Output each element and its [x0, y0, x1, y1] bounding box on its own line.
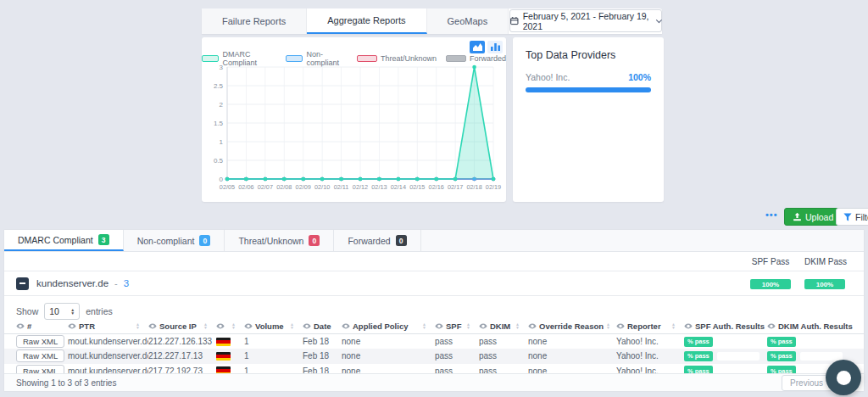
table-header: # PTR▲▼ Source IP▲▼ ▲▼ Volume▲▼ Date App…: [4, 318, 864, 334]
date-cell: Feb 18: [303, 337, 342, 346]
tab-aggregate-reports[interactable]: Aggregate Reports: [307, 8, 426, 34]
svg-text:1: 1: [220, 138, 224, 146]
sort-icon[interactable]: ▲▼: [515, 322, 520, 329]
spf-pass-header: SPF Pass: [750, 257, 791, 266]
reporter-cell: Yahoo! Inc.: [616, 351, 684, 361]
eye-icon: [479, 323, 487, 329]
dkim-pass-header: DKIM Pass: [804, 257, 845, 266]
col-header-source-ip[interactable]: Source IP▲▼: [148, 322, 216, 331]
svg-text:02/15: 02/15: [409, 183, 425, 191]
table-row: Raw XML mout.kundenserver.de 212.227.17.…: [4, 349, 864, 363]
collapse-icon[interactable]: [16, 277, 29, 290]
col-header-ptr[interactable]: PTR▲▼: [68, 322, 148, 331]
col-header-volume[interactable]: Volume▲▼: [244, 322, 303, 331]
provider-name: Yahoo! Inc.: [526, 72, 570, 82]
filter-button[interactable]: Filter: [836, 208, 868, 226]
upload-button[interactable]: Upload: [784, 208, 842, 226]
col-header-spf-auth-results[interactable]: SPF Auth. Results: [684, 322, 767, 331]
col-header-spf[interactable]: SPF▲▼: [435, 322, 479, 331]
tab-non-compliant[interactable]: Non-compliant0: [124, 230, 225, 251]
raw-xml-button[interactable]: Raw XML: [16, 335, 64, 348]
date-cell: Feb 18: [303, 351, 342, 361]
count-badge: 0: [199, 235, 210, 246]
germany-flag-icon: [216, 352, 231, 361]
eye-icon: [244, 323, 253, 329]
tab-geomaps[interactable]: GeoMaps: [427, 8, 509, 34]
dkim-auth-pass-badge: %pass: [767, 351, 796, 361]
col-header-dkim[interactable]: DKIM▲▼: [479, 322, 528, 331]
top-data-providers-card: Top Data Providers Yahoo! Inc. 100%: [513, 37, 664, 202]
sort-icon[interactable]: ▲▼: [671, 322, 676, 329]
upload-label: Upload: [805, 212, 833, 222]
germany-flag-icon: [216, 338, 231, 346]
table-footer: Showing 1 to 3 of 3 entries Previous 1: [4, 373, 864, 391]
ptr-cell: mout.kundenserver.de: [68, 337, 148, 346]
percent-icon: %: [687, 352, 693, 360]
volume-cell: 1: [244, 337, 303, 346]
applied-policy-cell: none: [342, 337, 435, 346]
domain-name: kundenserver.de: [36, 278, 108, 288]
redacted-text: [800, 352, 843, 361]
svg-text:02/13: 02/13: [371, 183, 387, 191]
sort-icon[interactable]: ▲▼: [136, 322, 140, 329]
svg-text:02/06: 02/06: [238, 183, 253, 191]
col-header-country[interactable]: ▲▼: [216, 322, 244, 329]
sort-icon[interactable]: ▲▼: [606, 322, 610, 329]
aggregate-chart: 02/0502/0602/0702/0802/0902/1002/1102/12…: [205, 60, 502, 199]
date-range-text: February 5, 2021 - February 19, 2021: [523, 11, 654, 31]
svg-text:02/17: 02/17: [448, 183, 463, 191]
tab-threat-unknown[interactable]: Threat/Unknown0: [225, 230, 334, 251]
page-size-select[interactable]: 10 ▲▼: [44, 303, 80, 320]
provider-row: Yahoo! Inc. 100%: [526, 72, 651, 82]
raw-xml-button[interactable]: Raw XML: [16, 349, 64, 362]
sort-icon[interactable]: ▲▼: [231, 322, 236, 329]
applied-policy-cell: none: [342, 351, 435, 361]
eye-icon: [684, 323, 693, 329]
tab-dmarc-compliant[interactable]: DMARC Compliant3: [4, 230, 124, 251]
sort-icon[interactable]: ▲▼: [466, 322, 470, 329]
show-label: Show: [16, 306, 38, 316]
domain-group-row[interactable]: kundenserver.de - 3 100% 100%: [4, 271, 864, 296]
spf-auth-pass-badge: %pass: [684, 337, 713, 347]
provider-percent: 100%: [628, 72, 651, 82]
more-options-button[interactable]: •••: [765, 210, 778, 220]
redacted-text: [717, 338, 760, 346]
svg-text:1.5: 1.5: [214, 120, 224, 127]
page-size-value: 10: [49, 306, 59, 316]
eye-icon: [16, 323, 25, 329]
col-header-date[interactable]: Date: [303, 322, 342, 331]
svg-text:02/05: 02/05: [220, 183, 235, 191]
showing-entries-text: Showing 1 to 3 of 3 entries: [16, 378, 116, 388]
previous-page-button[interactable]: Previous: [782, 375, 832, 391]
col-header-override-reason[interactable]: Override Reason▲▼: [528, 322, 616, 331]
col-header-applied-policy[interactable]: Applied Policy▲▼: [342, 322, 435, 331]
chat-widget-button[interactable]: [826, 360, 861, 395]
eye-icon: [342, 323, 350, 329]
override-reason-cell: none: [528, 337, 616, 346]
col-header-index[interactable]: #: [16, 322, 68, 331]
svg-text:02/14: 02/14: [391, 183, 406, 191]
svg-text:2: 2: [220, 101, 224, 109]
tab-failure-reports[interactable]: Failure Reports: [202, 8, 307, 34]
reporter-cell: Yahoo! Inc.: [616, 337, 684, 346]
tab-label: Failure Reports: [222, 16, 286, 26]
volume-cell: 1: [244, 351, 303, 361]
sort-icon[interactable]: ▲▼: [422, 322, 426, 329]
spf-auth-pass-badge: %pass: [684, 351, 713, 361]
redacted-text: [717, 352, 760, 361]
col-header-dkim-auth-results[interactable]: DKIM Auth. Results: [767, 322, 857, 331]
svg-text:02/08: 02/08: [276, 183, 292, 191]
tab-forwarded[interactable]: Forwarded0: [334, 230, 420, 251]
col-header-reporter[interactable]: Reporter▲▼: [616, 322, 684, 331]
svg-text:02/07: 02/07: [258, 183, 273, 191]
date-range-picker[interactable]: February 5, 2021 - February 19, 2021: [509, 9, 662, 32]
svg-text:02/19: 02/19: [486, 183, 501, 191]
sort-icon[interactable]: ▲▼: [203, 322, 208, 329]
redacted-text: [800, 338, 843, 346]
sort-icon[interactable]: ▲▼: [290, 322, 294, 329]
eye-icon: [216, 323, 225, 329]
svg-text:02/09: 02/09: [296, 183, 311, 191]
dkim-auth-pass-badge: %pass: [767, 337, 796, 347]
dkim-pass-badge: 100%: [804, 279, 845, 289]
tab-label: Threat/Unknown: [238, 236, 303, 246]
